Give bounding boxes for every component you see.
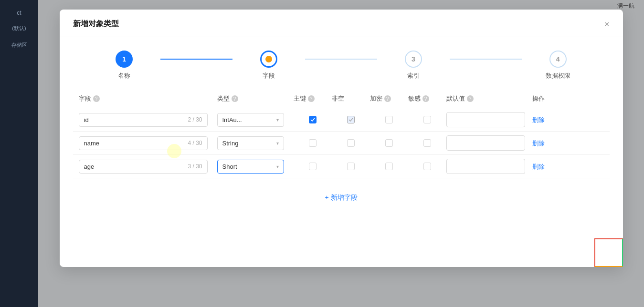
notnull-cell-age	[332, 163, 370, 170]
chevron-down-icon: ▾	[276, 117, 279, 123]
encrypted-checkbox-id[interactable]	[385, 116, 393, 123]
sidebar-item-default[interactable]: (默认)	[0, 20, 38, 37]
pk-checkbox-id[interactable]	[309, 116, 317, 123]
pk-cell-id	[294, 116, 332, 123]
table-area: 字段 ? 类型 ? 主键 ? 非空 加密 ?	[60, 90, 623, 217]
sensitive-checkbox-name[interactable]	[423, 139, 431, 147]
sidebar: ct (默认) 存储区	[0, 0, 38, 307]
default-cell-id	[446, 112, 532, 127]
modal-header: 新增对象类型 ×	[60, 10, 623, 37]
encrypted-cell-id	[370, 116, 408, 123]
default-cell-name	[446, 135, 532, 151]
col-header-encrypted: 加密 ?	[370, 94, 408, 103]
col-header-notnull: 非空	[332, 94, 370, 103]
add-field-button[interactable]: + 新增字段	[81, 186, 602, 210]
step-3-label: 索引	[407, 72, 420, 80]
default-help-icon[interactable]: ?	[467, 95, 474, 102]
default-cell-age	[446, 159, 532, 174]
step-2: 字段	[232, 51, 305, 80]
table-header: 字段 ? 类型 ? 主键 ? 非空 加密 ?	[73, 90, 610, 108]
delete-button-id[interactable]: 删除	[532, 116, 545, 124]
sensitive-cell-name	[408, 139, 446, 147]
field-help-icon[interactable]: ?	[93, 95, 100, 102]
table-row: name 4 / 30 String ▾	[73, 132, 610, 155]
modal-overlay: 新增对象类型 × 1 名称 字段	[38, 0, 644, 307]
sensitive-checkbox-age[interactable]	[423, 163, 431, 170]
pk-cell-age	[294, 163, 332, 170]
col-header-field: 字段 ?	[79, 94, 217, 103]
pk-checkbox-age[interactable]	[309, 163, 317, 170]
stepper-steps: 1 名称 字段 3 索引	[88, 51, 594, 80]
chevron-down-icon: ▾	[276, 164, 279, 169]
col-header-default: 默认值 ?	[446, 94, 532, 103]
table-row: age 3 / 30 Short ▾	[73, 155, 610, 178]
pk-checkbox-name[interactable]	[309, 139, 317, 147]
stepper-line-3-4	[450, 59, 522, 60]
sensitive-help-icon[interactable]: ?	[422, 95, 429, 102]
sensitive-cell-id	[408, 116, 446, 123]
field-input-age[interactable]: age 3 / 30	[79, 160, 208, 174]
step-1-label: 名称	[118, 72, 130, 80]
pk-help-icon[interactable]: ?	[308, 95, 315, 102]
encrypted-checkbox-name[interactable]	[385, 139, 393, 147]
stepper-line-2-3	[305, 59, 377, 60]
chevron-down-icon: ▾	[276, 141, 279, 146]
step-2-label: 字段	[263, 72, 275, 80]
delete-button-name[interactable]: 删除	[532, 139, 545, 148]
step-4-circle: 4	[549, 51, 567, 68]
action-cell-name: 删除	[532, 139, 570, 148]
step-4: 4 数据权限	[522, 51, 594, 80]
default-input-id[interactable]	[446, 112, 525, 127]
delete-button-age[interactable]: 删除	[532, 163, 545, 171]
add-field-area: + 新增字段	[73, 178, 610, 217]
field-input-id[interactable]: id 2 / 30	[79, 113, 208, 127]
sensitive-cell-age	[408, 163, 446, 170]
sidebar-item-storage[interactable]: 存储区	[0, 37, 38, 53]
stepper: 1 名称 字段 3 索引	[60, 37, 623, 90]
action-cell-age: 删除	[532, 162, 570, 171]
col-header-sensitive: 敏感 ?	[408, 94, 446, 103]
encrypted-checkbox-age[interactable]	[385, 163, 393, 170]
stepper-line-1-2	[160, 59, 232, 60]
col-header-action: 操作	[532, 94, 570, 103]
corner-decoration	[594, 238, 623, 267]
encrypted-cell-name	[370, 139, 408, 147]
step-4-label: 数据权限	[546, 72, 570, 80]
field-input-name[interactable]: name 4 / 30	[79, 136, 208, 150]
col-header-type: 类型 ?	[217, 94, 294, 103]
step-1: 1 名称	[88, 51, 160, 80]
step-3-circle: 3	[405, 51, 422, 68]
type-select-age[interactable]: Short ▾	[217, 160, 284, 174]
encrypted-help-icon[interactable]: ?	[384, 95, 391, 102]
modal-title: 新增对象类型	[73, 19, 119, 29]
table-row: id 2 / 30 IntAu... ▾	[73, 108, 610, 132]
notnull-checkbox-name[interactable]	[347, 139, 355, 147]
type-help-icon[interactable]: ?	[232, 95, 238, 102]
step-3: 3 索引	[377, 51, 449, 80]
default-input-age[interactable]	[446, 159, 525, 174]
default-input-name[interactable]	[446, 135, 525, 151]
close-button[interactable]: ×	[604, 20, 610, 29]
notnull-cell-id	[332, 116, 370, 123]
type-select-name[interactable]: String ▾	[217, 136, 284, 150]
type-select-id[interactable]: IntAu... ▾	[217, 113, 284, 127]
notnull-cell-name	[332, 139, 370, 147]
sidebar-item-ct[interactable]: ct	[0, 0, 38, 20]
step-2-circle	[260, 51, 277, 68]
notnull-checkbox-id[interactable]	[347, 116, 355, 123]
sensitive-checkbox-id[interactable]	[423, 116, 431, 123]
encrypted-cell-age	[370, 163, 408, 170]
pk-cell-name	[294, 139, 332, 147]
col-header-pk: 主键 ?	[294, 94, 332, 103]
step-1-circle: 1	[116, 51, 133, 68]
notnull-checkbox-age[interactable]	[347, 163, 355, 170]
modal-dialog: 新增对象类型 × 1 名称 字段	[60, 10, 623, 267]
action-cell-id: 删除	[532, 115, 570, 124]
